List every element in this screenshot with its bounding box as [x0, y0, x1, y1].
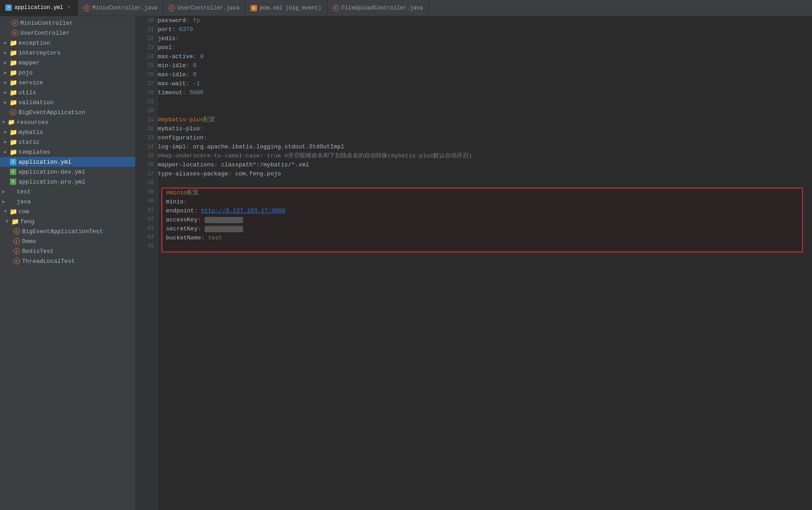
- code-lines: password: fp port: 6379 jedis: pool: max…: [158, 16, 812, 510]
- line-num-37: 37: [139, 170, 154, 179]
- item-label: BigEventApplication: [18, 109, 85, 116]
- sidebar-item-utils[interactable]: ▶ 📁 utils: [0, 87, 135, 97]
- sidebar-item-application-pro-yml[interactable]: Y application-pro.yml: [0, 177, 135, 187]
- tab-fileupload-controller[interactable]: C FileUploadController.java: [327, 0, 429, 16]
- sidebar-item-thread-local-test[interactable]: C ThreadLocalTest: [0, 256, 135, 266]
- collapsed-arrow: ▶: [2, 39, 9, 46]
- code-line-42: accessKey: ████████████: [162, 216, 802, 225]
- tab-minio-controller[interactable]: C MinioController.java: [78, 0, 163, 16]
- java-class-icon: C: [83, 5, 90, 11]
- line-num-28: 28: [139, 88, 154, 97]
- sidebar-item-resources[interactable]: ▼ 📁 resources: [0, 117, 135, 127]
- code-line-41: endpoint: http://8.137.103.17:9000: [162, 207, 802, 216]
- no-arrow: [5, 248, 13, 255]
- sidebar-item-mybatis[interactable]: ▶ 📁 mybatis: [0, 127, 135, 137]
- collapsed-arrow: ▶: [2, 49, 9, 56]
- code-line-21: port: 6379: [158, 25, 812, 34]
- line-num-21: 21: [139, 25, 154, 34]
- item-label: test: [17, 188, 31, 195]
- item-label: mapper: [18, 60, 40, 66]
- item-label: ThreadLocalTest: [22, 258, 75, 265]
- collapsed-arrow: ▶: [0, 198, 7, 205]
- main-area: C MinioController C UserController ▶ 📁 e…: [0, 16, 812, 510]
- code-area: 20 21 22 23 24 25 26 27 28 29 30 31 32 3…: [135, 16, 812, 510]
- sidebar-item-big-event-app-test[interactable]: C BigEventApplicationTest: [0, 226, 135, 236]
- code-line-20: password: fp: [158, 16, 812, 25]
- folder-icon: 📁: [9, 99, 17, 106]
- line-num-26: 26: [139, 70, 154, 79]
- code-line-45: [162, 243, 802, 252]
- code-line-39: #minio配置: [162, 188, 802, 198]
- sidebar-item-user-controller[interactable]: C UserController: [0, 28, 135, 38]
- class-icon: C: [13, 238, 21, 245]
- sidebar-item-static[interactable]: ▶ 📁 static: [0, 137, 135, 147]
- sidebar-item-application-yml[interactable]: Y application.yml: [0, 157, 135, 167]
- collapsed-arrow: ▶: [0, 188, 7, 195]
- sidebar-item-feng[interactable]: ▼ 📁 feng: [0, 216, 135, 226]
- sidebar-item-templates[interactable]: ▶ 📁 templates: [0, 147, 135, 157]
- line-num-38: 38: [139, 179, 154, 188]
- sidebar-item-redis-test[interactable]: C RedisTest: [0, 246, 135, 256]
- item-label: exception: [18, 40, 50, 46]
- line-num-29: 29: [139, 97, 154, 106]
- sidebar-item-com[interactable]: ▼ 📁 com: [0, 207, 135, 216]
- item-label: validation: [18, 99, 54, 106]
- collapsed-arrow: ▶: [2, 138, 9, 146]
- sidebar-item-validation[interactable]: ▶ 📁 validation: [0, 97, 135, 107]
- sidebar-item-mapper[interactable]: ▶ 📁 mapper: [0, 58, 135, 68]
- tab-label: application.yml: [14, 5, 63, 11]
- item-label: interceptors: [18, 50, 61, 56]
- tab-label: pom.xml (big_event): [260, 5, 321, 11]
- item-label: templates: [18, 149, 50, 156]
- tab-user-controller[interactable]: C UserController.java: [163, 0, 245, 16]
- expanded-arrow: ▼: [4, 218, 11, 225]
- yaml-green-icon: Y: [9, 168, 17, 175]
- sidebar-item-exception[interactable]: ▶ 📁 exception: [0, 38, 135, 48]
- line-num-33: 33: [139, 133, 154, 142]
- code-line-40: minio:: [162, 198, 802, 207]
- item-label: utils: [18, 89, 36, 96]
- line-numbers: 20 21 22 23 24 25 26 27 28 29 30 31 32 3…: [135, 16, 158, 510]
- sidebar: C MinioController C UserController ▶ 📁 e…: [0, 16, 135, 510]
- line-num-36: 36: [139, 161, 154, 170]
- code-line-23: pool:: [158, 43, 812, 52]
- code-line-36: mapper-locations: classpath*:/mybatis/*.…: [158, 161, 812, 170]
- code-line-38: [158, 179, 812, 188]
- sidebar-item-application-dev-yml[interactable]: Y application-dev.yml: [0, 167, 135, 177]
- tab-close-icon[interactable]: ×: [66, 5, 72, 11]
- no-arrow: [4, 19, 11, 27]
- code-line-35: #map-underscore-to-camel-case: true #开启驼…: [158, 152, 812, 161]
- folder-icon: 📁: [9, 79, 17, 86]
- tab-application-yml[interactable]: Y application.yml ×: [0, 0, 78, 16]
- sidebar-item-service[interactable]: ▶ 📁 service: [0, 78, 135, 87]
- line-num-40: 40: [139, 197, 154, 206]
- sidebar-item-java[interactable]: ▶ java: [0, 197, 135, 207]
- line-num-34: 34: [139, 142, 154, 152]
- sidebar-item-interceptors[interactable]: ▶ 📁 interceptors: [0, 48, 135, 58]
- line-num-30: 30: [139, 106, 154, 115]
- java-class-icon: C: [169, 5, 175, 11]
- class-icon: C: [13, 257, 21, 265]
- line-num-20: 20: [139, 16, 154, 25]
- line-num-23: 23: [139, 43, 154, 52]
- line-num-39: 39: [139, 188, 154, 197]
- collapsed-arrow: ▶: [2, 69, 9, 76]
- sidebar-item-pojo[interactable]: ▶ 📁 pojo: [0, 68, 135, 78]
- yaml-icon: Y: [5, 5, 12, 11]
- item-label: MinioController: [20, 20, 73, 27]
- item-label: com: [18, 208, 29, 215]
- sidebar-item-big-event-application[interactable]: C BigEventApplication: [0, 107, 135, 117]
- sidebar-item-test[interactable]: ▶ test: [0, 187, 135, 197]
- line-num-24: 24: [139, 52, 154, 61]
- sidebar-item-minio-controller[interactable]: C MinioController: [0, 18, 135, 28]
- item-label: static: [18, 139, 40, 146]
- code-line-28: timeout: 5000: [158, 88, 812, 97]
- line-num-41: 41: [139, 206, 154, 215]
- yaml-icon: Y: [9, 158, 17, 165]
- m-icon: m: [251, 5, 257, 11]
- code-editor[interactable]: 20 21 22 23 24 25 26 27 28 29 30 31 32 3…: [135, 16, 812, 510]
- tab-pom-xml[interactable]: m pom.xml (big_event): [245, 0, 327, 16]
- line-num-25: 25: [139, 61, 154, 70]
- collapsed-arrow: ▶: [2, 59, 9, 66]
- sidebar-item-demo[interactable]: C Demo: [0, 236, 135, 246]
